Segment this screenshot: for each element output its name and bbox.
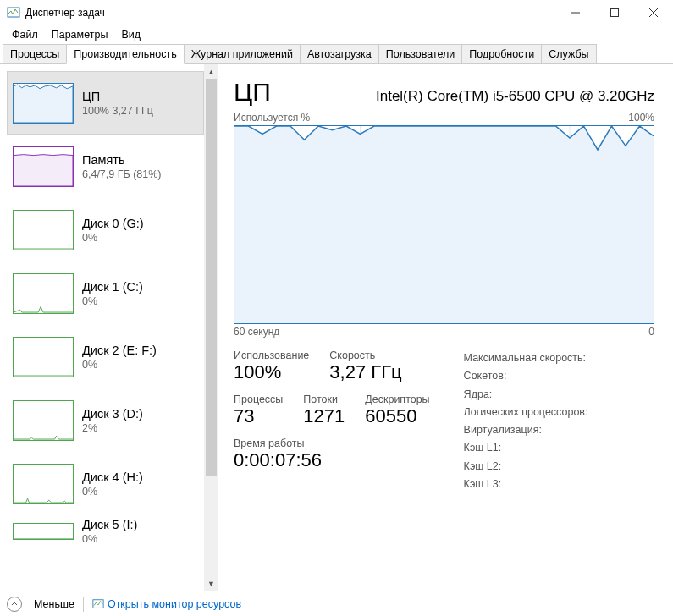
minimize-button[interactable] bbox=[556, 0, 595, 25]
chart-y-label: Используется % bbox=[234, 112, 310, 124]
menu-options[interactable]: Параметры bbox=[45, 27, 115, 42]
kv-max-speed: Максимальная скорость: bbox=[464, 349, 588, 367]
sidebar-item-disk0[interactable]: Диск 0 (G:) 0% bbox=[7, 198, 204, 261]
maximize-button[interactable] bbox=[595, 0, 634, 25]
sidebar-item-label: ЦП bbox=[82, 90, 153, 103]
sidebar-item-memory[interactable]: Память 6,4/7,9 ГБ (81%) bbox=[7, 135, 204, 198]
sidebar: ЦП 100% 3,27 ГГц Память 6,4/7,9 ГБ (81%) bbox=[0, 64, 204, 591]
sidebar-item-sub: 0% bbox=[82, 359, 157, 371]
disk-thumb-chart bbox=[13, 400, 74, 441]
sidebar-item-label: Диск 4 (H:) bbox=[82, 470, 143, 484]
sidebar-item-sub: 100% 3,27 ГГц bbox=[82, 105, 153, 117]
sidebar-item-sub: 6,4/7,9 ГБ (81%) bbox=[82, 168, 162, 180]
open-resource-monitor-link[interactable]: Открыть монитор ресурсов bbox=[92, 598, 241, 610]
sidebar-item-cpu[interactable]: ЦП 100% 3,27 ГГц bbox=[7, 71, 204, 135]
sidebar-item-disk1[interactable]: Диск 1 (C:) 0% bbox=[7, 261, 204, 325]
stat-handles-value: 60550 bbox=[365, 405, 429, 427]
sidebar-item-sub: 0% bbox=[82, 232, 144, 244]
cpu-usage-chart bbox=[234, 125, 654, 324]
scroll-down-icon[interactable]: ▼ bbox=[204, 576, 218, 591]
tab-details[interactable]: Подробности bbox=[461, 44, 542, 64]
sidebar-item-sub: 0% bbox=[82, 486, 143, 498]
cpu-name: Intel(R) Core(TM) i5-6500 CPU @ 3.20GHz bbox=[376, 88, 654, 105]
tab-processes[interactable]: Процессы bbox=[3, 44, 67, 64]
sidebar-item-label: Диск 1 (C:) bbox=[82, 280, 143, 294]
kv-cores: Ядра: bbox=[464, 386, 588, 404]
sidebar-item-sub: 0% bbox=[82, 533, 137, 545]
kv-virt: Виртуализация: bbox=[464, 421, 588, 439]
menu-file[interactable]: Файл bbox=[5, 27, 45, 42]
main-panel: ЦП Intel(R) Core(TM) i5-6500 CPU @ 3.20G… bbox=[218, 64, 673, 591]
stat-usage-value: 100% bbox=[234, 361, 309, 383]
menubar: Файл Параметры Вид bbox=[0, 25, 673, 44]
close-button[interactable] bbox=[634, 0, 673, 25]
memory-thumb-chart bbox=[13, 146, 74, 187]
sidebar-item-label: Диск 0 (G:) bbox=[82, 217, 144, 230]
kv-logical: Логических процессоров: bbox=[464, 404, 588, 421]
titlebar: Диспетчер задач bbox=[0, 0, 673, 25]
kv-l3: Кэш L3: bbox=[464, 476, 588, 493]
menu-view[interactable]: Вид bbox=[114, 27, 147, 42]
scroll-thumb[interactable] bbox=[206, 79, 217, 476]
stat-procs-value: 73 bbox=[234, 405, 283, 427]
open-resource-monitor-label: Открыть монитор ресурсов bbox=[108, 598, 241, 610]
svg-rect-2 bbox=[611, 9, 619, 17]
sidebar-item-label: Диск 5 (I:) bbox=[82, 518, 137, 531]
tab-startup[interactable]: Автозагрузка bbox=[300, 44, 379, 64]
disk-thumb-chart bbox=[13, 337, 74, 377]
chart-y-max: 100% bbox=[628, 112, 654, 124]
scroll-up-icon[interactable]: ▲ bbox=[204, 64, 218, 79]
stat-handles-label: Дескрипторы bbox=[365, 393, 429, 405]
tab-services[interactable]: Службы bbox=[541, 44, 596, 64]
stat-speed-value: 3,27 ГГц bbox=[329, 361, 401, 383]
svg-rect-23 bbox=[93, 599, 103, 608]
fewer-details-button[interactable]: Меньше bbox=[34, 598, 74, 610]
disk-thumb-chart bbox=[13, 464, 74, 504]
disk-thumb-chart bbox=[13, 273, 74, 314]
app-icon bbox=[7, 6, 20, 19]
chevron-up-icon[interactable] bbox=[7, 597, 22, 612]
stat-uptime-value: 0:00:07:56 bbox=[234, 449, 322, 471]
sidebar-item-label: Диск 2 (E: F:) bbox=[82, 344, 157, 357]
stat-uptime-label: Время работы bbox=[234, 437, 322, 449]
sidebar-item-disk3[interactable]: Диск 3 (D:) 2% bbox=[7, 388, 204, 452]
sidebar-item-label: Память bbox=[82, 153, 162, 167]
tabs: Процессы Производительность Журнал прило… bbox=[0, 44, 673, 64]
sidebar-item-sub: 0% bbox=[82, 295, 143, 307]
tab-app-history[interactable]: Журнал приложений bbox=[184, 44, 301, 64]
sidebar-item-label: Диск 3 (D:) bbox=[82, 407, 143, 421]
chart-x-right: 0 bbox=[648, 326, 654, 338]
kv-l1: Кэш L1: bbox=[464, 439, 588, 457]
footer: Меньше Открыть монитор ресурсов bbox=[0, 591, 673, 616]
tab-users[interactable]: Пользователи bbox=[378, 44, 463, 64]
cpu-info-block: Максимальная скорость: Сокетов: Ядра: Ло… bbox=[464, 349, 588, 493]
page-title: ЦП bbox=[234, 78, 271, 107]
disk-thumb-chart bbox=[13, 523, 74, 540]
stat-usage-label: Использование bbox=[234, 349, 309, 361]
chart-x-left: 60 секунд bbox=[234, 326, 279, 338]
sidebar-item-disk5[interactable]: Диск 5 (I:) 0% bbox=[7, 515, 204, 547]
stat-threads-label: Потоки bbox=[303, 393, 345, 405]
stat-procs-label: Процессы bbox=[234, 393, 283, 405]
sidebar-item-disk2[interactable]: Диск 2 (E: F:) 0% bbox=[7, 325, 204, 388]
divider bbox=[83, 597, 84, 612]
kv-l2: Кэш L2: bbox=[464, 458, 588, 476]
cpu-thumb-chart bbox=[13, 83, 74, 124]
sidebar-item-sub: 2% bbox=[82, 422, 143, 434]
kv-sockets: Сокетов: bbox=[464, 367, 588, 385]
window-title: Диспетчер задач bbox=[25, 7, 556, 19]
sidebar-item-disk4[interactable]: Диск 4 (H:) 0% bbox=[7, 452, 204, 515]
disk-thumb-chart bbox=[13, 210, 74, 250]
stat-speed-label: Скорость bbox=[329, 349, 401, 361]
tab-performance[interactable]: Производительность bbox=[66, 44, 184, 64]
stat-threads-value: 1271 bbox=[303, 405, 345, 427]
sidebar-scrollbar[interactable]: ▲ ▼ bbox=[204, 64, 218, 591]
chart-icon bbox=[92, 598, 104, 610]
